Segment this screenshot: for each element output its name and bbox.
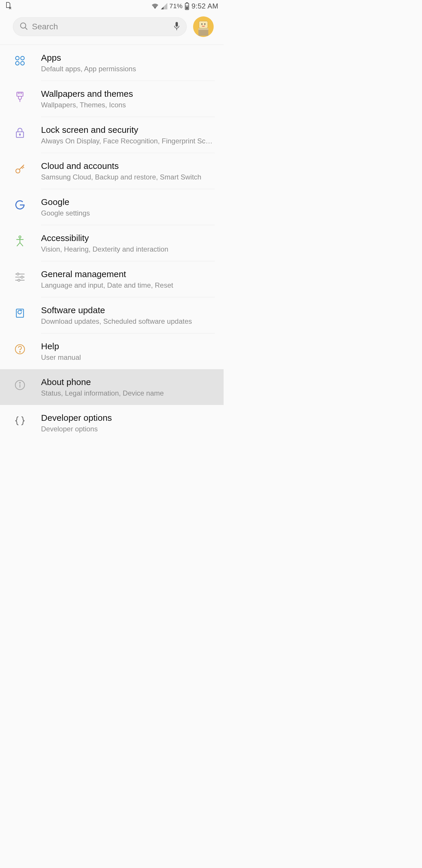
svg-point-16 xyxy=(15,56,19,60)
svg-point-19 xyxy=(21,62,24,65)
settings-header: Search xyxy=(0,12,224,44)
person-icon xyxy=(13,234,27,248)
svg-rect-8 xyxy=(175,22,178,27)
settings-row-lock[interactable]: Lock screen and securityAlways On Displa… xyxy=(0,117,224,153)
settings-row-title: About phone xyxy=(41,377,215,388)
svg-point-39 xyxy=(17,273,19,275)
svg-point-18 xyxy=(15,62,19,65)
svg-line-7 xyxy=(25,28,27,30)
svg-rect-4 xyxy=(186,2,188,3)
settings-row-title: Help xyxy=(41,341,215,351)
status-bar: 71% 9:52 AM xyxy=(0,0,224,12)
settings-row-title: Lock screen and security xyxy=(41,125,215,135)
settings-row-apps[interactable]: AppsDefault apps, App permissions xyxy=(0,45,224,81)
settings-row-title: Developer options xyxy=(41,412,215,423)
settings-row-subtitle: Language and input, Date and time, Reset xyxy=(41,281,215,289)
update-icon xyxy=(13,306,27,320)
settings-row-cloud[interactable]: Cloud and accountsSamsung Cloud, Backup … xyxy=(0,153,224,189)
settings-row-general[interactable]: General managementLanguage and input, Da… xyxy=(0,261,224,297)
svg-point-2 xyxy=(155,7,156,8)
info-icon xyxy=(13,378,27,392)
svg-line-30 xyxy=(23,166,24,168)
svg-line-31 xyxy=(22,167,23,168)
svg-point-13 xyxy=(204,24,205,25)
settings-row-help[interactable]: HelpUser manual xyxy=(0,333,224,369)
settings-row-title: Apps xyxy=(41,53,215,63)
settings-row-subtitle: Developer options xyxy=(41,425,215,433)
svg-point-26 xyxy=(19,134,21,135)
braces-icon xyxy=(13,414,27,428)
settings-row-title: Cloud and accounts xyxy=(41,161,215,171)
settings-row-wallpapers[interactable]: Wallpapers and themesWallpapers, Themes,… xyxy=(0,81,224,117)
help-icon xyxy=(13,342,27,356)
settings-row-subtitle: Google settings xyxy=(41,209,215,217)
settings-row-title: Wallpapers and themes xyxy=(41,89,215,99)
signal-icon xyxy=(161,3,167,9)
settings-row-subtitle: Wallpapers, Themes, Icons xyxy=(41,101,215,109)
svg-point-46 xyxy=(20,351,21,352)
clock: 9:52 AM xyxy=(191,2,218,10)
brush-icon xyxy=(13,90,27,104)
settings-row-subtitle: Vision, Hearing, Dexterity and interacti… xyxy=(41,245,215,253)
settings-row-swupdate[interactable]: Software updateDownload updates, Schedul… xyxy=(0,297,224,333)
key-icon xyxy=(13,162,27,176)
settings-row-subtitle: Status, Legal information, Device name xyxy=(41,389,215,397)
search-input[interactable]: Search xyxy=(13,17,187,36)
lock-icon xyxy=(13,126,27,140)
google-icon xyxy=(13,198,27,212)
settings-row-a11y[interactable]: AccessibilityVision, Hearing, Dexterity … xyxy=(0,225,224,261)
battery-percent: 71% xyxy=(169,2,183,10)
battery-icon xyxy=(185,2,189,10)
settings-row-google[interactable]: GoogleGoogle settings xyxy=(0,189,224,225)
settings-row-subtitle: Always On Display, Face Recognition, Fin… xyxy=(41,137,215,145)
svg-point-43 xyxy=(18,279,20,281)
settings-row-devopts[interactable]: Developer optionsDeveloper options xyxy=(0,405,224,441)
sim-icon xyxy=(5,2,11,10)
settings-row-title: General management xyxy=(41,269,215,279)
svg-point-33 xyxy=(19,236,21,238)
search-icon xyxy=(20,22,28,31)
microphone-icon[interactable] xyxy=(173,22,180,32)
svg-line-36 xyxy=(17,243,20,246)
svg-point-48 xyxy=(20,382,21,383)
settings-row-subtitle: Download updates, Scheduled software upd… xyxy=(41,317,215,326)
settings-row-subtitle: Default apps, App permissions xyxy=(41,65,215,73)
settings-row-subtitle: User manual xyxy=(41,353,215,362)
svg-point-41 xyxy=(21,276,23,278)
svg-point-6 xyxy=(21,23,26,28)
settings-row-title: Google xyxy=(41,197,215,207)
settings-list: AppsDefault apps, App permissions Wallpa… xyxy=(0,45,224,453)
svg-point-12 xyxy=(201,24,202,25)
svg-point-28 xyxy=(16,169,20,173)
sliders-icon xyxy=(13,270,27,284)
svg-line-37 xyxy=(20,243,23,246)
wifi-icon xyxy=(151,3,159,9)
svg-rect-15 xyxy=(198,28,208,30)
settings-row-subtitle: Samsung Cloud, Backup and restore, Smart… xyxy=(41,173,215,181)
settings-row-about[interactable]: About phoneStatus, Legal information, De… xyxy=(0,369,224,405)
search-placeholder: Search xyxy=(32,22,58,31)
svg-rect-11 xyxy=(199,21,208,28)
profile-avatar[interactable] xyxy=(193,17,214,37)
svg-point-17 xyxy=(21,56,24,60)
settings-row-title: Software update xyxy=(41,305,215,315)
apps-icon xyxy=(13,54,27,68)
settings-row-title: Accessibility xyxy=(41,233,215,243)
